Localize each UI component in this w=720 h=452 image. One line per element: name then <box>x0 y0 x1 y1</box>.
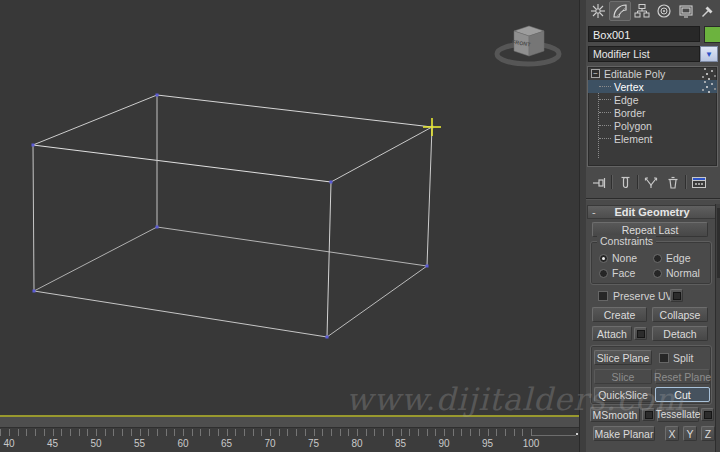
toolbar-divider <box>685 175 687 189</box>
make-unique-button[interactable] <box>640 173 662 191</box>
make-planar-x-button[interactable]: X <box>665 426 679 441</box>
constraint-none-radio[interactable] <box>599 254 608 263</box>
split-checkbox[interactable] <box>659 353 669 363</box>
remove-modifier-button[interactable] <box>662 173 684 191</box>
preserve-uvs-settings-button[interactable] <box>670 289 683 302</box>
frame-tick <box>9 429 10 436</box>
panel-scrollbar[interactable] <box>715 204 720 452</box>
tab-utilities[interactable] <box>697 1 719 21</box>
frame-tick <box>87 429 88 436</box>
stack-row-edge[interactable]: Edge <box>588 93 717 106</box>
frame-tick <box>435 429 436 436</box>
constraint-face-label[interactable]: Face <box>612 267 635 279</box>
constraint-edge-label[interactable]: Edge <box>666 252 691 264</box>
tab-hierarchy[interactable] <box>631 1 653 21</box>
detach-button[interactable]: Detach <box>652 326 708 341</box>
modifier-list-arrow-button[interactable]: ▼ <box>700 46 718 62</box>
collapse-minus-icon[interactable]: − <box>591 69 600 78</box>
rollout-collapse-icon[interactable]: - <box>592 206 596 218</box>
frame-number-label: 45 <box>47 438 58 449</box>
stack-row-vertex[interactable]: Vertex <box>588 80 717 93</box>
show-end-result-button[interactable] <box>614 173 636 191</box>
frame-tick <box>522 429 523 436</box>
constraint-normal-radio[interactable] <box>653 269 662 278</box>
make-planar-z-button[interactable]: Z <box>701 426 715 441</box>
toolbar-divider <box>637 175 639 189</box>
preserve-uvs-label[interactable]: Preserve UVs <box>613 290 678 302</box>
split-label[interactable]: Split <box>673 352 693 364</box>
object-name-field[interactable]: Box001 <box>588 26 700 42</box>
frame-tick <box>287 429 288 436</box>
constraint-normal-label[interactable]: Normal <box>666 267 700 279</box>
frame-tick <box>279 429 280 436</box>
constraint-edge-radio[interactable] <box>653 254 662 263</box>
frame-tick <box>392 429 393 436</box>
tab-modify[interactable] <box>609 1 631 21</box>
frame-number-label: 65 <box>221 438 232 449</box>
stack-row-editable-poly[interactable]: − Editable Poly <box>588 67 717 80</box>
tab-create[interactable] <box>587 1 609 21</box>
slice-button[interactable]: Slice <box>594 369 652 384</box>
make-planar-y-button[interactable]: Y <box>683 426 697 441</box>
stack-row-element[interactable]: Element <box>588 132 717 145</box>
frame-tick <box>18 429 19 436</box>
frame-tick <box>79 429 80 436</box>
constraint-none-label[interactable]: None <box>612 252 637 264</box>
configure-modifier-sets-button[interactable] <box>688 173 710 191</box>
stack-row-label: Polygon <box>614 120 652 132</box>
object-color-swatch[interactable] <box>704 26 720 43</box>
trackbar-ruler[interactable]: 404550556065707580859095100 <box>0 428 579 452</box>
tree-dash <box>599 125 611 126</box>
tab-display[interactable] <box>675 1 697 21</box>
rollout-edit-geometry-header[interactable]: - Edit Geometry <box>587 205 717 219</box>
frame-tick <box>409 429 410 436</box>
hierarchy-icon <box>634 3 650 19</box>
collapse-button[interactable]: Collapse <box>652 307 708 322</box>
pin-stack-button[interactable] <box>588 173 610 191</box>
frame-tick <box>140 429 141 436</box>
frame-number-label: 75 <box>308 438 319 449</box>
frame-tick <box>253 429 254 436</box>
frame-tick <box>505 429 506 436</box>
frame-tick <box>131 429 132 436</box>
time-slider[interactable] <box>0 417 579 428</box>
frame-tick <box>418 429 419 436</box>
frame-tick <box>374 429 375 436</box>
frame-tick <box>261 429 262 436</box>
show-end-result-icon <box>618 175 633 190</box>
frame-tick <box>322 429 323 436</box>
frame-tick <box>453 429 454 436</box>
slice-plane-button[interactable]: Slice Plane <box>594 350 652 365</box>
panel-separator <box>586 198 720 199</box>
attach-settings-button[interactable] <box>634 327 647 340</box>
frame-tick <box>174 429 175 436</box>
frame-tick <box>166 429 167 436</box>
modifier-list-dropdown[interactable]: Modifier List <box>588 46 700 62</box>
preserve-uvs-checkbox[interactable] <box>598 291 608 301</box>
msmooth-button[interactable]: MSmooth <box>590 407 640 422</box>
viewport[interactable]: FRONT <box>0 0 579 417</box>
stack-row-polygon[interactable]: Polygon <box>588 119 717 132</box>
make-planar-button[interactable]: Make Planar <box>593 426 655 441</box>
frame-tick <box>366 429 367 436</box>
create-icon <box>590 3 606 19</box>
frame-tick <box>209 429 210 436</box>
tessellate-button[interactable]: Tessellate <box>657 407 699 422</box>
tree-dash <box>599 99 611 100</box>
create-button[interactable]: Create <box>592 307 647 322</box>
reset-plane-button[interactable]: Reset Plane <box>655 369 710 384</box>
attach-button[interactable]: Attach <box>592 326 632 341</box>
tessellate-settings-button[interactable] <box>701 408 714 421</box>
tab-motion[interactable] <box>653 1 675 21</box>
cut-button[interactable]: Cut <box>655 387 710 402</box>
rollout-title: Edit Geometry <box>614 206 689 218</box>
quickslice-button[interactable]: QuickSlice <box>594 387 652 402</box>
frame-number-label: 85 <box>395 438 406 449</box>
stack-row-border[interactable]: Border <box>588 106 717 119</box>
frame-tick <box>218 429 219 436</box>
viewcube[interactable]: FRONT <box>486 13 570 71</box>
frame-tick <box>227 429 228 436</box>
msmooth-settings-button[interactable] <box>642 408 655 421</box>
constraint-face-radio[interactable] <box>599 269 608 278</box>
frame-tick <box>296 429 297 436</box>
